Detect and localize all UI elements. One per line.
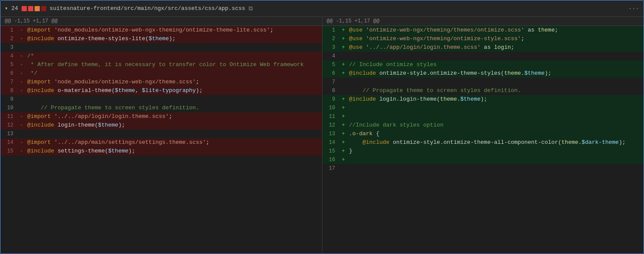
- table-row: 13 + .o-dark {: [322, 130, 644, 138]
- file-path: suitesnature-frontend/src/main/ngx/src/a…: [50, 5, 245, 12]
- table-row: 4 - /*: [0, 52, 322, 60]
- table-row: 4: [322, 52, 644, 60]
- table-row: 3: [0, 43, 322, 52]
- table-row: 2 - @include ontimize-theme-styles-lite(…: [0, 35, 322, 43]
- diff-container: ▾ 24 suitesnature-frontend/src/main/ngx/…: [0, 0, 644, 254]
- table-row: 5 - * After define theme, it is necessar…: [0, 60, 322, 69]
- table-row: 8 // Propagate theme to screen styles de…: [322, 86, 644, 95]
- table-row: 3 + @use '../../app/login/login.theme.sc…: [322, 43, 644, 52]
- table-row: 6 - */: [0, 69, 322, 78]
- status-dots: [22, 6, 46, 11]
- table-row: 11 - @import '../../app/login/login.them…: [0, 112, 322, 121]
- diff-pane-right: @@ -1,15 +1,17 @@ 1 + @use 'ontimize-web…: [322, 17, 644, 254]
- table-row: 5 + // Include ontimize styles: [322, 60, 644, 69]
- table-row: 14 - @import '../../app/main/settings/se…: [0, 138, 322, 147]
- dot-red-2: [28, 6, 33, 11]
- table-row: 10 +: [322, 104, 644, 112]
- dot-dark-red: [41, 6, 46, 11]
- table-row: 1 - @import 'node_modules/ontimize-web-n…: [0, 26, 322, 35]
- diff-header-left: ▾ 24 suitesnature-frontend/src/main/ngx/…: [5, 5, 625, 12]
- diff-body: @@ -1,15 +1,17 @@ 1 - @import 'node_modu…: [0, 17, 644, 254]
- more-menu-button[interactable]: ···: [628, 5, 639, 12]
- table-row: 13: [0, 130, 322, 138]
- copy-icon[interactable]: ⧉: [249, 5, 253, 12]
- expand-icon[interactable]: ▾: [5, 5, 8, 12]
- table-row: 15 - @include settings-theme($theme);: [0, 147, 322, 156]
- table-row: 1 + @use 'ontimize-web-ngx/theming/theme…: [322, 26, 644, 35]
- hunk-header-left: @@ -1,15 +1,17 @@: [0, 17, 322, 26]
- table-row: 7: [322, 78, 644, 86]
- dot-orange: [35, 6, 40, 11]
- table-row: 12 + //Include dark styles option: [322, 121, 644, 130]
- hunk-header-right: @@ -1,15 +1,17 @@: [322, 17, 644, 26]
- diff-header: ▾ 24 suitesnature-frontend/src/main/ngx/…: [0, 0, 644, 17]
- table-row: 8 - @include o-material-theme($theme, $l…: [0, 86, 322, 95]
- dot-red-1: [22, 6, 27, 11]
- table-row: 10 // Propagate theme to screen styles d…: [0, 104, 322, 112]
- table-row: 9: [0, 95, 322, 104]
- table-row: 15 + }: [322, 147, 644, 156]
- table-row: 7 - @import 'node_modules/ontimize-web-n…: [0, 78, 322, 86]
- table-row: 16 +: [322, 156, 644, 164]
- table-row: 6 + @include ontimize-style.ontimize-the…: [322, 69, 644, 78]
- table-row: 9 + @include login.login-theme(theme.$th…: [322, 95, 644, 104]
- table-row: 11 +: [322, 112, 644, 121]
- table-row: 17: [322, 164, 644, 173]
- table-row: 14 + @include ontimize-style.ontimize-th…: [322, 138, 644, 147]
- diff-pane-left: @@ -1,15 +1,17 @@ 1 - @import 'node_modu…: [0, 17, 322, 254]
- table-row: 12 - @include login-theme($theme);: [0, 121, 322, 130]
- table-row: 2 + @use 'ontimize-web-ngx/theming/ontim…: [322, 35, 644, 43]
- line-count: 24: [11, 5, 18, 12]
